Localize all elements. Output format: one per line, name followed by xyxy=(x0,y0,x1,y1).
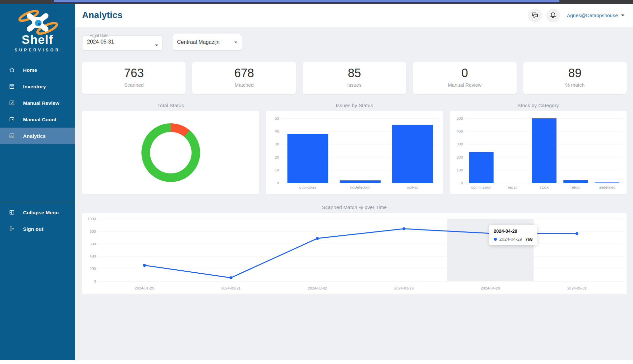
sidebar-item-analytics[interactable]: Analytics xyxy=(0,128,75,144)
svg-text:500: 500 xyxy=(457,116,463,120)
stat-label: % match xyxy=(523,82,627,88)
donut-hole xyxy=(150,132,192,173)
warehouse-value: Centraal Magazijn xyxy=(177,39,220,45)
inventory-icon xyxy=(9,83,15,90)
issues-bar-chart-panel: 01020304050duplicatesnoDetectionocrFail xyxy=(266,111,443,194)
logo-subtitle: SUPERVISOR xyxy=(0,48,75,52)
sidebar-item-manual-count[interactable]: Manual Count xyxy=(0,111,75,128)
stock-bar-chart-panel: 0100200300400500commissionrepairstockret… xyxy=(450,111,627,194)
line-chart: 020040060080010002024-01-292024-02-21202… xyxy=(82,213,627,294)
stat-card-matched: 678Matched xyxy=(192,62,296,94)
flight-date-value: 2024-05-31 xyxy=(87,39,159,45)
sidebar-item-label: Analytics xyxy=(23,133,46,139)
stat-label: Matched xyxy=(192,82,296,88)
sign-out-icon xyxy=(9,226,15,232)
svg-text:2024-02-21: 2024-02-21 xyxy=(221,286,241,290)
chart-title: Stock by Category xyxy=(450,103,627,108)
bar-duplicates[interactable] xyxy=(287,134,328,183)
stat-card-manual-review: 0Manual Review xyxy=(413,62,516,94)
line-chart-panel: 020040060080010002024-01-292024-02-21202… xyxy=(82,213,627,294)
sidebar-item-label: Manual Count xyxy=(23,117,57,122)
svg-text:2024-05-31: 2024-05-31 xyxy=(567,286,587,290)
user-menu[interactable]: Agnes@Dataopshouse xyxy=(567,13,625,18)
chevron-down-icon xyxy=(234,42,237,43)
svg-text:1000: 1000 xyxy=(87,217,96,221)
sidebar-item-home[interactable]: Home xyxy=(0,62,75,78)
sidebar-item-label: Inventory xyxy=(23,84,46,89)
issues-bar-chart: 01020304050duplicatesnoDetectionocrFail xyxy=(266,111,443,194)
data-point-2024-01-29[interactable] xyxy=(143,264,146,267)
charts-row: Total Status Issues by Status 0102030405… xyxy=(82,103,627,194)
data-point-2024-05-31[interactable] xyxy=(575,232,578,235)
bar-undefined[interactable] xyxy=(595,182,619,183)
sidebar-item-label: Sign out xyxy=(23,226,44,232)
stat-value: 678 xyxy=(192,66,296,80)
stat-label: Manual Review xyxy=(413,82,516,88)
chart-scanned-match: Scanned Match % over Time 02004006008001… xyxy=(82,204,627,294)
browser-tab-accent xyxy=(54,0,559,2)
data-point-2024-03-02[interactable] xyxy=(316,237,319,240)
warehouse-select[interactable]: Centraal Magazijn xyxy=(172,34,242,50)
bottom-strip xyxy=(0,360,633,364)
chevron-down-icon xyxy=(155,45,158,46)
page-header: Analytics Agnes@Dataopshouse xyxy=(75,4,633,27)
flight-date-select[interactable]: Flight Date 2024-05-31 xyxy=(82,34,163,50)
sidebar: Shelf SUPERVISOR HomeInventoryManual Rev… xyxy=(0,4,75,360)
bar-commission[interactable] xyxy=(469,152,493,183)
svg-text:200: 200 xyxy=(90,267,96,271)
stat-label: Issues xyxy=(303,82,406,88)
sidebar-item-label: Manual Review xyxy=(23,100,59,106)
svg-text:100: 100 xyxy=(457,168,463,172)
stat-value: 0 xyxy=(413,66,516,80)
stat-card-scanned: 763Scanned xyxy=(82,62,186,94)
donut-chart[interactable] xyxy=(141,123,200,182)
sidebar-item-label: Collapse Menu xyxy=(23,210,59,215)
manual-review-icon xyxy=(9,100,15,106)
main-area: Analytics Agnes@Dataopshouse xyxy=(75,4,633,360)
filters-bar: Flight Date 2024-05-31 Centraal Magazijn xyxy=(82,34,627,50)
svg-text:0: 0 xyxy=(277,181,279,185)
svg-text:400: 400 xyxy=(457,129,463,133)
chart-title: Scanned Match % over Time xyxy=(82,204,627,210)
svg-text:ocrFail: ocrFail xyxy=(407,185,419,189)
app-window: Shelf SUPERVISOR HomeInventoryManual Rev… xyxy=(0,4,633,360)
data-point-2024-03-29[interactable] xyxy=(403,227,406,230)
sidebar-item-sign-out[interactable]: Sign out xyxy=(0,221,75,237)
stat-label: Scanned xyxy=(82,82,186,88)
home-icon xyxy=(9,67,15,73)
user-email: Agnes@Dataopshouse xyxy=(567,13,618,18)
svg-text:noDetection: noDetection xyxy=(350,185,370,189)
stat-value: 89 xyxy=(523,66,627,80)
svg-text:stock: stock xyxy=(540,185,549,189)
sidebar-item-collapse-menu[interactable]: Collapse Menu xyxy=(0,204,75,221)
svg-text:200: 200 xyxy=(457,155,463,159)
bar-retour[interactable] xyxy=(563,180,588,183)
svg-text:0: 0 xyxy=(461,181,463,185)
notifications-button[interactable] xyxy=(546,9,560,22)
donut-chart-panel xyxy=(82,111,259,194)
flight-date-label: Flight Date xyxy=(88,34,110,37)
sidebar-bottom-menu: Collapse MenuSign out xyxy=(0,202,75,237)
stat-value: 85 xyxy=(303,66,406,80)
svg-text:40: 40 xyxy=(275,129,279,133)
chat-icon xyxy=(531,12,539,19)
chart-total-status: Total Status xyxy=(82,103,259,194)
chart-title: Issues by Status xyxy=(266,103,443,108)
bar-nodetection[interactable] xyxy=(340,180,381,183)
hover-band xyxy=(447,219,533,281)
svg-text:commission: commission xyxy=(471,185,491,189)
svg-text:undefined: undefined xyxy=(599,185,616,189)
bar-stock[interactable] xyxy=(532,118,556,183)
sidebar-item-inventory[interactable]: Inventory xyxy=(0,78,75,95)
sidebar-item-label: Home xyxy=(23,67,37,73)
sidebar-item-manual-review[interactable]: Manual Review xyxy=(0,95,75,111)
bell-icon xyxy=(549,12,557,19)
svg-text:0: 0 xyxy=(94,279,96,283)
data-point-2024-02-21[interactable] xyxy=(229,276,232,279)
chat-button[interactable] xyxy=(528,9,542,22)
data-point-2024-04-29[interactable] xyxy=(489,232,492,235)
svg-text:400: 400 xyxy=(90,254,96,258)
svg-text:800: 800 xyxy=(90,229,96,233)
chart-title: Total Status xyxy=(82,103,259,108)
bar-ocrfail[interactable] xyxy=(392,125,433,183)
